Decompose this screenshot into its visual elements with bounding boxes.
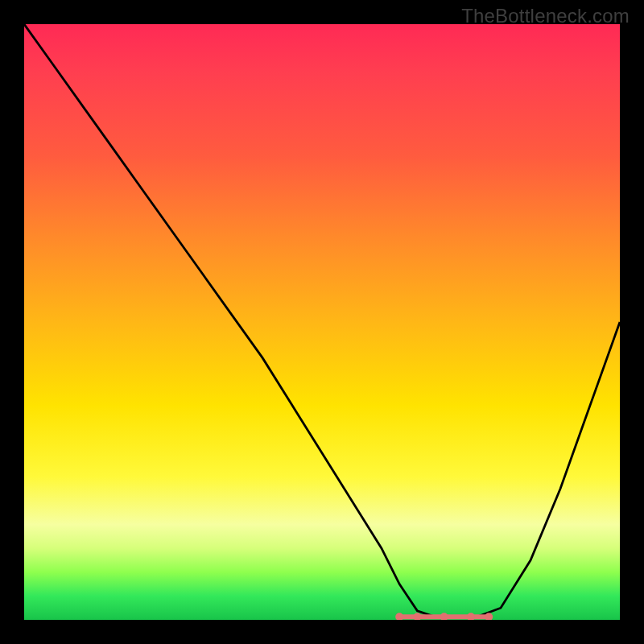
chart-frame: TheBottleneck.com [0,0,644,644]
plot-area [24,24,620,620]
bottleneck-curve [24,24,620,617]
optimal-marker [395,613,403,620]
optimal-marker [413,613,421,620]
optimal-marker [440,613,448,620]
watermark-text: TheBottleneck.com [461,5,630,27]
optimal-marker [467,613,475,620]
curve-svg [24,24,620,620]
